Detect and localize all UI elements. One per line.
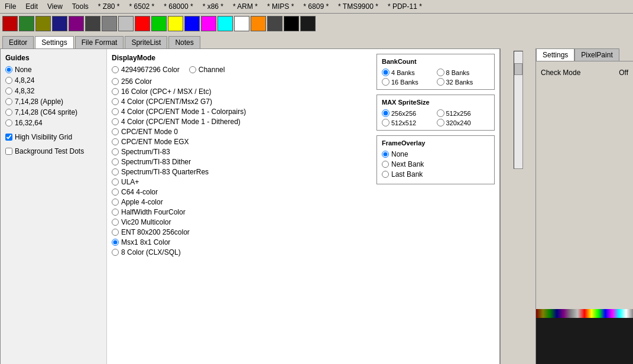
tab-notes[interactable]: Notes	[168, 36, 200, 48]
sprite-size-radio[interactable]	[437, 119, 444, 126]
dm-label: 16 Color (CPC+ / MSX / Etc)	[121, 87, 211, 96]
dm-radio-c644color[interactable]	[112, 188, 119, 196]
menu-item-6809[interactable]: * 6809 *	[301, 1, 331, 12]
main-content: Guides None4,8,244,8,327,14,28 (Apple)7,…	[0, 48, 633, 364]
dm-option: HalfWidth FourColor	[112, 208, 367, 216]
guides-radio-4824[interactable]	[5, 77, 12, 84]
guides-radio-none[interactable]	[5, 66, 12, 73]
dm-radio-cpcentmodeegx[interactable]	[112, 138, 119, 145]
dm-radio-256color[interactable]	[112, 78, 119, 85]
dm-radio-vic20multicolor[interactable]	[112, 219, 119, 226]
dm-radio-8colorclxsql[interactable]	[112, 249, 119, 256]
menu-item-68000[interactable]: * 68000 *	[161, 1, 195, 12]
dm-radio-4colorcpcentmode1dit[interactable]	[112, 118, 119, 125]
menu-item-6502[interactable]: * 6502 *	[127, 1, 157, 12]
sprite-size-radio[interactable]	[437, 109, 444, 117]
guides-radio-71428apple[interactable]	[5, 98, 12, 105]
palette-color-6[interactable]	[102, 16, 117, 31]
palette-color-2[interactable]	[35, 16, 51, 31]
palette-color-8[interactable]	[135, 16, 150, 31]
menu-item-view[interactable]: View	[45, 1, 65, 12]
right-tab-pixelpaint[interactable]: PixelPaint	[574, 48, 619, 61]
guides-label: 4,8,32	[15, 87, 34, 95]
dm-option: Msx1 8x1 Color	[112, 238, 367, 246]
dm-radio-halfwidthfourcolor[interactable]	[112, 209, 119, 216]
scroll-thumb[interactable]	[514, 63, 522, 75]
dm-radio-channel[interactable]	[189, 66, 196, 73]
dm-radio-4colorcpcentmsx2g7[interactable]	[112, 98, 119, 105]
menu-item-pdp11[interactable]: * PDP-11 *	[385, 1, 424, 12]
dm-option: Spectrum/TI-83 QuarterRes	[112, 168, 367, 176]
sprite-size-radio[interactable]	[382, 109, 389, 117]
right-tab-settings[interactable]: Settings	[536, 48, 574, 61]
palette-color-5[interactable]	[85, 16, 100, 31]
palette-color-15[interactable]	[251, 16, 266, 31]
guides-radio-4832[interactable]	[5, 87, 12, 95]
dm-option: Spectrum/TI-83 Dither	[112, 158, 367, 166]
guides-radio-71428c64sprite[interactable]	[5, 109, 12, 116]
menu-item-file[interactable]: File	[2, 1, 18, 12]
bank-count-radio[interactable]	[437, 69, 444, 76]
dm-radio-4colorcpcentmode1col[interactable]	[112, 108, 119, 115]
bank-count-radio[interactable]	[437, 78, 444, 86]
sprite-size-radio[interactable]	[382, 119, 389, 126]
palette-color-11[interactable]	[184, 16, 200, 31]
frame-overlay-radio[interactable]	[382, 161, 389, 168]
bank-count-label: 16 Banks	[391, 79, 418, 86]
menu-item-z80[interactable]: * Z80 *	[96, 1, 122, 12]
dm-radio-16colorcpcmsxetc[interactable]	[112, 88, 119, 95]
palette-color-9[interactable]	[151, 16, 167, 31]
tab-fileformat[interactable]: File Format	[75, 36, 124, 48]
bank-count-label: 8 Banks	[446, 69, 470, 76]
bank-count-option: 16 Banks	[382, 78, 435, 86]
scroll-track[interactable]	[514, 51, 523, 169]
palette-color-18[interactable]	[300, 16, 316, 31]
palette-color-17[interactable]	[284, 16, 299, 31]
dm-option: ULA+	[112, 178, 367, 186]
frame-overlay-options: NoneNext BankLast Bank	[382, 150, 489, 178]
palette-color-7[interactable]	[118, 16, 134, 31]
menu-item-mips[interactable]: * MIPS *	[265, 1, 296, 12]
frame-overlay-radio[interactable]	[382, 171, 389, 178]
dm-radio-spectrumti83quarterr[interactable]	[112, 168, 119, 176]
menu-item-edit[interactable]: Edit	[23, 1, 40, 12]
guides-checkbox-backgroundtestdots[interactable]	[5, 148, 12, 155]
menu-item-tools[interactable]: Tools	[70, 1, 91, 12]
menu-item-arm[interactable]: * ARM *	[231, 1, 260, 12]
palette-color-10[interactable]	[168, 16, 183, 31]
menu-item-x86[interactable]: * x86 *	[200, 1, 226, 12]
dm-radio-spectrumti83dither[interactable]	[112, 158, 119, 165]
dm-radio-apple4color[interactable]	[112, 199, 119, 206]
bank-count-radio[interactable]	[382, 69, 389, 76]
tab-settings[interactable]: Settings	[35, 36, 73, 48]
tab-editor[interactable]: Editor	[2, 36, 34, 48]
tab-spritelist[interactable]: SpriteList	[125, 36, 167, 48]
dm-radio-ula[interactable]	[112, 178, 119, 186]
dm-label: ULA+	[121, 178, 139, 186]
dm-radio-ent80x200256color[interactable]	[112, 229, 119, 236]
middle-section: DisplayMode 4294967296 Color Channel	[107, 49, 499, 364]
palette-color-12[interactable]	[201, 16, 216, 31]
dm-label: Vic20 Multicolor	[121, 218, 171, 226]
frame-overlay-option: Last Bank	[382, 170, 489, 178]
palette-color-16[interactable]	[267, 16, 283, 31]
bank-count-radio[interactable]	[382, 78, 389, 86]
palette-color-14[interactable]	[234, 16, 249, 31]
palette-color-4[interactable]	[69, 16, 84, 31]
bank-count-option: 32 Banks	[437, 78, 490, 86]
dm-radio-cpcentmode0[interactable]	[112, 128, 119, 135]
dm-label: 8 Color (CLX/SQL)	[121, 248, 181, 256]
palette-color-3[interactable]	[52, 16, 67, 31]
dm-radio-msx18x1color[interactable]	[112, 239, 119, 246]
guides-section: Guides None4,8,244,8,327,14,28 (Apple)7,…	[1, 49, 107, 364]
palette-color-13[interactable]	[218, 16, 233, 31]
palette-color-0[interactable]	[2, 16, 18, 31]
guides-checkbox-highvisibilitygrid[interactable]	[5, 134, 12, 141]
dm-radio-4294[interactable]	[112, 66, 119, 73]
dm-radio-spectrumti83[interactable]	[112, 148, 119, 155]
guides-radio-163264[interactable]	[5, 119, 12, 126]
palette-color-1[interactable]	[19, 16, 34, 31]
menu-item-tms9900[interactable]: * TMS9900 *	[336, 1, 381, 12]
sprite-size-option: 512x256	[437, 109, 490, 117]
frame-overlay-radio[interactable]	[382, 151, 389, 158]
